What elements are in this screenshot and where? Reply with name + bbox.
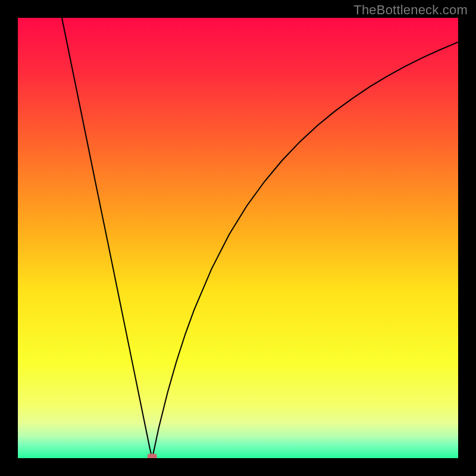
watermark-label: TheBottleneck.com (353, 2, 468, 18)
optimal-point-marker (148, 454, 157, 458)
chart-background (18, 18, 458, 458)
chart-frame: TheBottleneck.com (0, 0, 476, 476)
bottleneck-chart (18, 18, 458, 458)
